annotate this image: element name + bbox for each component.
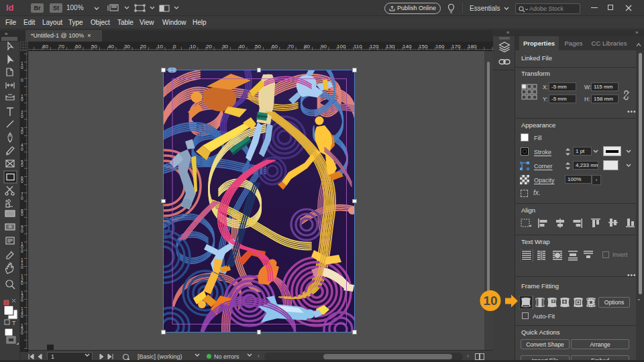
svg-text:60: 60 [272, 44, 278, 50]
svg-text:0: 0 [21, 130, 23, 135]
svg-text:10: 10 [483, 294, 497, 308]
svg-text:90: 90 [321, 44, 327, 50]
svg-text:120: 120 [370, 44, 379, 50]
svg-text:150: 150 [419, 44, 428, 50]
svg-text:0: 0 [21, 249, 23, 253]
svg-text:0: 0 [21, 163, 23, 168]
svg-text:160: 160 [435, 44, 445, 50]
svg-text:80: 80 [304, 44, 310, 50]
svg-text:170: 170 [451, 44, 461, 50]
svg-text:10: 10 [157, 44, 163, 50]
svg-text:10: 10 [190, 44, 196, 50]
svg-text:0: 0 [21, 78, 23, 82]
svg-text:0: 0 [21, 330, 23, 335]
svg-text:80: 80 [42, 44, 48, 50]
svg-text:0: 0 [173, 44, 176, 50]
svg-text:0: 0 [21, 265, 23, 269]
svg-text:0: 0 [21, 114, 23, 119]
svg-text:20: 20 [206, 44, 212, 50]
svg-text:T: T [12, 320, 16, 326]
svg-text:0: 0 [21, 65, 23, 70]
svg-text:70: 70 [58, 44, 64, 50]
svg-text:0: 0 [21, 97, 23, 102]
svg-text:0: 0 [21, 229, 23, 233]
svg-text:0: 0 [21, 298, 23, 302]
svg-text:40: 40 [108, 44, 114, 50]
svg-text:30: 30 [222, 44, 228, 50]
svg-text:0: 0 [21, 212, 23, 217]
svg-text:0: 0 [21, 179, 23, 184]
svg-text:70: 70 [288, 44, 294, 50]
svg-text:140: 140 [402, 44, 412, 50]
svg-text:50: 50 [91, 44, 97, 50]
svg-text:180: 180 [468, 44, 477, 50]
svg-text:0: 0 [21, 147, 23, 152]
svg-text:100: 100 [337, 44, 346, 50]
svg-text:60: 60 [75, 44, 81, 50]
svg-text:40: 40 [239, 44, 245, 50]
svg-text:130: 130 [386, 44, 395, 50]
svg-text:110: 110 [354, 44, 362, 50]
svg-text:20: 20 [140, 44, 146, 50]
svg-text:50: 50 [255, 44, 261, 50]
svg-text:0: 0 [21, 281, 23, 286]
svg-text:0: 0 [21, 196, 23, 200]
svg-text:30: 30 [124, 44, 130, 50]
svg-text:0: 0 [21, 314, 23, 318]
